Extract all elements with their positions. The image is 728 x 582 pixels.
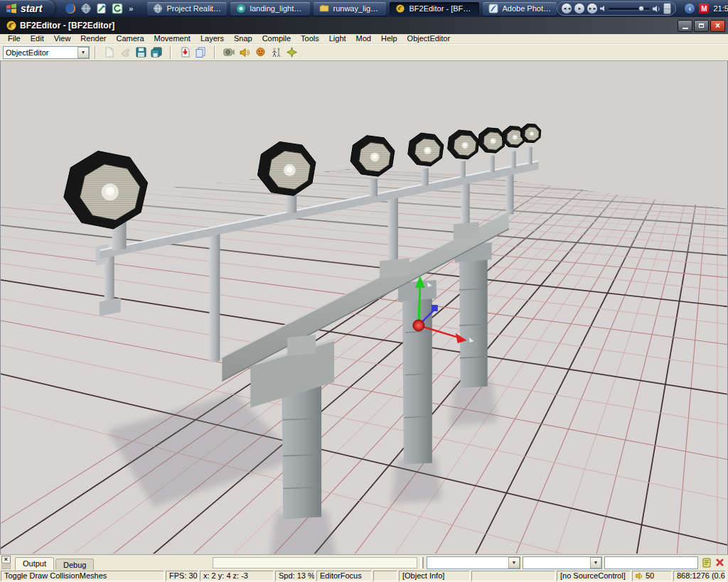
filter-text-input[interactable] bbox=[604, 556, 698, 569]
minimize-button[interactable] bbox=[678, 20, 692, 32]
toolbar-separator bbox=[95, 46, 96, 59]
status-empty-2 bbox=[471, 571, 555, 581]
menu-mod[interactable]: Mod bbox=[351, 34, 376, 43]
scene-runway-lights[interactable] bbox=[1, 61, 727, 554]
toolbar: ObjectEditor ▼ bbox=[0, 44, 728, 61]
volume-knob[interactable] bbox=[638, 6, 644, 11]
tab-output[interactable]: Output bbox=[15, 557, 54, 571]
menu-compile[interactable]: Compile bbox=[257, 34, 296, 43]
menu-edit[interactable]: Edit bbox=[26, 34, 49, 43]
globe-icon[interactable] bbox=[80, 3, 92, 14]
menu-render[interactable]: Render bbox=[75, 34, 111, 43]
chevron-down-icon[interactable]: ▼ bbox=[590, 557, 601, 568]
status-volume-value: 50 bbox=[646, 571, 654, 581]
taskbar-button-landing-light-max[interactable]: landing_light_8.max... bbox=[230, 2, 310, 16]
bf2editor-icon bbox=[395, 4, 405, 14]
speaker-small-icon bbox=[600, 5, 606, 12]
menu-layers[interactable]: Layers bbox=[196, 34, 229, 43]
taskbar-button-bf2editor[interactable]: BF2Editor - [BF2Editor] bbox=[390, 2, 479, 16]
media-toolbar: ◄◄ ► ►► bbox=[557, 1, 676, 16]
panel-pin-button[interactable] bbox=[1, 564, 11, 569]
media-previous-button[interactable]: ◄◄ bbox=[562, 4, 572, 14]
filter-combo-1[interactable]: ▼ bbox=[427, 556, 520, 569]
snap-cross-icon[interactable] bbox=[285, 46, 298, 59]
taskbar-button-project-reality[interactable]: Project Reality Foru... bbox=[147, 2, 227, 16]
windows-flag-icon bbox=[6, 3, 17, 14]
status-empty-1 bbox=[373, 571, 397, 581]
menu-light[interactable]: Light bbox=[324, 34, 351, 43]
taskbar-button-label: BF2Editor - [BF2Editor] bbox=[409, 4, 473, 13]
max-file-icon bbox=[236, 4, 246, 14]
save-icon[interactable] bbox=[134, 46, 147, 59]
clear-red-x-icon[interactable] bbox=[714, 557, 725, 568]
menu-movement[interactable]: Movement bbox=[149, 34, 196, 43]
window-title: BF2Editor - [BF2Editor] bbox=[20, 21, 678, 31]
floodlight-5[interactable] bbox=[448, 130, 479, 159]
tab-debug[interactable]: Debug bbox=[55, 559, 94, 571]
media-spinner[interactable] bbox=[663, 3, 671, 14]
app-icon bbox=[6, 20, 17, 31]
swirl-icon[interactable] bbox=[112, 3, 123, 14]
taskbar: start » Project Reality Foru... bbox=[0, 0, 728, 17]
new-page-icon[interactable] bbox=[103, 46, 116, 59]
status-source-control: [no SourceControl] bbox=[557, 571, 631, 581]
menu-objecteditor[interactable]: ObjectEditor bbox=[402, 34, 456, 43]
import-icon[interactable] bbox=[178, 46, 191, 59]
start-button[interactable]: start bbox=[0, 0, 55, 17]
taskbar-button-label: Adobe Photoshop bbox=[502, 4, 551, 13]
chevron-down-icon[interactable]: ▼ bbox=[508, 557, 520, 568]
taskbar-button-label: landing_light_8.max... bbox=[250, 4, 304, 13]
sound-toggle-icon[interactable] bbox=[238, 46, 251, 59]
floodlight-6[interactable] bbox=[478, 128, 505, 153]
open-hand-icon[interactable] bbox=[119, 46, 132, 59]
volume-slider[interactable] bbox=[609, 8, 650, 10]
menu-file[interactable]: File bbox=[3, 34, 26, 43]
folder-icon bbox=[319, 4, 329, 14]
toolbar-separator bbox=[214, 46, 215, 59]
taskbar-buttons: Project Reality Foru... landing_light_8.… bbox=[141, 2, 557, 16]
media-play-button[interactable]: ► bbox=[574, 4, 584, 14]
menu-help[interactable]: Help bbox=[376, 34, 402, 43]
editor-mode-value: ObjectEditor bbox=[4, 48, 77, 57]
duplicate-icon[interactable] bbox=[194, 46, 207, 59]
menu-camera[interactable]: Camera bbox=[111, 34, 149, 43]
actor-tripod-icon[interactable] bbox=[269, 46, 282, 59]
restore-button[interactable] bbox=[694, 20, 709, 32]
toolbar-grip[interactable] bbox=[420, 557, 424, 568]
menu-snap[interactable]: Snap bbox=[229, 34, 257, 43]
status-message: Toggle Draw CollisionMeshes bbox=[1, 571, 164, 581]
tray-collapse-icon[interactable]: ‹ bbox=[685, 4, 695, 14]
save-all-icon[interactable] bbox=[150, 46, 163, 59]
status-ratio: 868:1276 (0.680) bbox=[673, 571, 726, 581]
menu-view[interactable]: View bbox=[49, 34, 76, 43]
media-next-button[interactable]: ►► bbox=[587, 4, 597, 14]
filter-combo-2[interactable]: ▼ bbox=[523, 556, 602, 569]
taskbar-button-photoshop[interactable]: Adobe Photoshop bbox=[483, 2, 557, 16]
close-button[interactable]: × bbox=[710, 20, 725, 32]
floodlight-8[interactable] bbox=[520, 124, 540, 142]
mascot-icon[interactable] bbox=[254, 46, 267, 59]
document-pen-icon[interactable] bbox=[96, 3, 107, 14]
system-tray: ‹ M 21:55 bbox=[682, 4, 728, 14]
quick-launch-bar: » bbox=[55, 3, 141, 14]
speaker-icon bbox=[636, 572, 643, 580]
photoshop-icon bbox=[488, 4, 498, 14]
output-preview-strip bbox=[213, 557, 417, 568]
taskbar-button-runway-lights[interactable]: runway_lights bbox=[314, 2, 386, 16]
toolbar-separator bbox=[170, 46, 171, 59]
firefox-icon[interactable] bbox=[65, 3, 76, 14]
screen: start » Project Reality Foru... bbox=[0, 0, 728, 582]
viewport-3d[interactable] bbox=[0, 61, 728, 554]
status-object-info: [Object Info] bbox=[399, 571, 470, 581]
quick-launch-overflow-chevron[interactable]: » bbox=[127, 4, 134, 13]
panel-close-button[interactable]: × bbox=[1, 556, 11, 564]
status-focus: EditorFocus bbox=[316, 571, 372, 581]
editor-mode-select[interactable]: ObjectEditor ▼ bbox=[3, 46, 90, 59]
start-label: start bbox=[21, 3, 42, 14]
chevron-down-icon[interactable]: ▼ bbox=[77, 47, 89, 58]
messenger-tray-icon[interactable]: M bbox=[699, 4, 709, 14]
menu-tools[interactable]: Tools bbox=[296, 34, 324, 43]
render-toggle-icon[interactable] bbox=[223, 46, 235, 59]
note-icon[interactable] bbox=[701, 557, 712, 568]
menu-bar: File Edit View Render Camera Movement La… bbox=[0, 34, 728, 44]
